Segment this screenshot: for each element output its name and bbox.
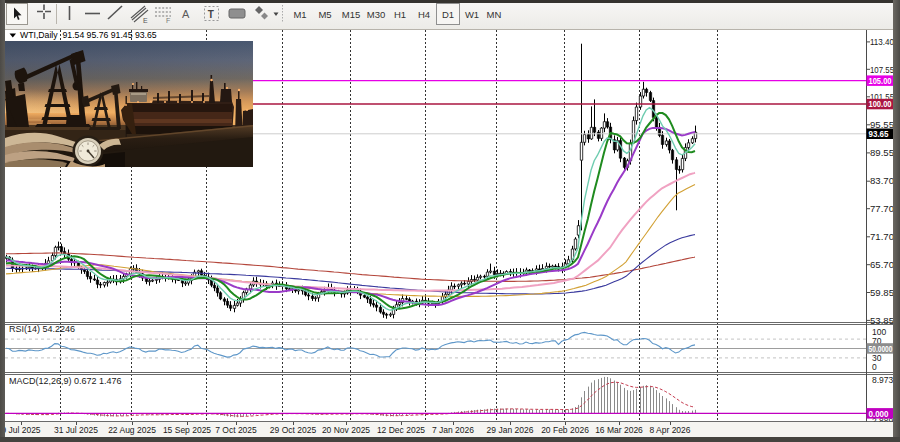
svg-text:31 Jul 2025: 31 Jul 2025: [54, 425, 98, 435]
svg-text:53.85: 53.85: [870, 316, 894, 326]
svg-text:113.40: 113.40: [870, 37, 894, 47]
svg-text:9 Jul 2025: 9 Jul 2025: [1, 425, 40, 435]
svg-text:83.70: 83.70: [870, 176, 894, 186]
svg-text:29 Oct 2025: 29 Oct 2025: [270, 425, 317, 435]
svg-text:59.85: 59.85: [870, 288, 894, 298]
svg-text:65.70: 65.70: [870, 260, 894, 270]
svg-text:22 Aug 2025: 22 Aug 2025: [108, 425, 156, 435]
svg-text:12 Dec 2025: 12 Dec 2025: [377, 425, 425, 435]
svg-text:105.00: 105.00: [869, 76, 892, 86]
svg-text:89.55: 89.55: [870, 148, 894, 158]
svg-text:MACD(12,26,9) 0.672 1.476: MACD(12,26,9) 0.672 1.476: [9, 376, 122, 386]
svg-text:7 Oct 2025: 7 Oct 2025: [215, 425, 257, 435]
svg-text:29 Jan 2026: 29 Jan 2026: [487, 425, 534, 435]
svg-text:77.70: 77.70: [870, 204, 894, 214]
svg-text:71.70: 71.70: [870, 232, 894, 242]
svg-text:8 Apr 2026: 8 Apr 2026: [649, 425, 690, 435]
svg-text:107.55: 107.55: [870, 65, 894, 75]
svg-text:7 Jan 2026: 7 Jan 2026: [432, 425, 474, 435]
svg-text:16 Mar 2026: 16 Mar 2026: [595, 425, 643, 435]
svg-text:8.973: 8.973: [872, 375, 894, 385]
svg-text:0: 0: [872, 362, 877, 372]
svg-text:20 Nov 2025: 20 Nov 2025: [322, 425, 370, 435]
svg-text:WTI,Daily 91.54 95.76 91.45 9: WTI,Daily 91.54 95.76 91.45 93.65: [20, 30, 157, 40]
svg-text:20 Feb 2026: 20 Feb 2026: [541, 425, 589, 435]
svg-text:15 Sep 2025: 15 Sep 2025: [163, 425, 211, 435]
svg-text:RSI(14) 54.2246: RSI(14) 54.2246: [9, 324, 75, 334]
svg-text:100.00: 100.00: [869, 99, 892, 109]
svg-text:0.000: 0.000: [869, 409, 889, 419]
svg-text:93.65: 93.65: [869, 129, 889, 139]
svg-text:50.0000: 50.0000: [869, 344, 893, 354]
